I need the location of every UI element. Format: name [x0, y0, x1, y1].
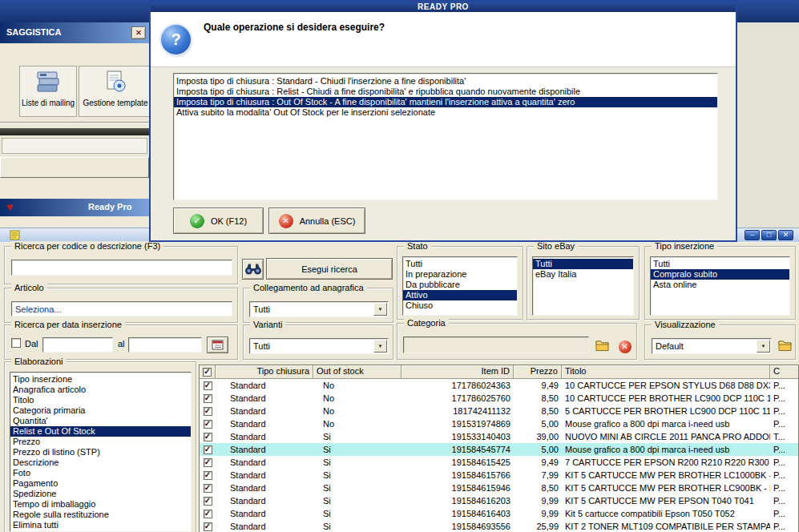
close-button[interactable]: ✕	[778, 230, 793, 240]
table-row[interactable]: ✓ Standard Si 191584615766 7,99 KIT 5 CA…	[200, 469, 798, 482]
operation-option-selected[interactable]: Imposta tipo di chiusura : Out Of Stock …	[174, 97, 717, 107]
row-checkbox[interactable]: ✓	[204, 458, 212, 467]
list-item[interactable]: Asta online	[651, 280, 789, 290]
row-checkbox[interactable]: ✓	[204, 381, 212, 390]
column-header-select[interactable]: ✓	[200, 365, 216, 379]
cancel-button[interactable]: ✕ Annulla (ESC)	[268, 208, 365, 234]
operation-listbox[interactable]: Imposta tipo di chiusura : Standard - Ch…	[173, 73, 718, 200]
select-all-checkbox[interactable]: ✓	[203, 368, 212, 377]
list-item[interactable]: Prezzo	[10, 437, 191, 447]
list-item[interactable]: Categoria primaria	[10, 405, 191, 416]
row-checkbox[interactable]: ✓	[204, 394, 212, 403]
row-checkbox[interactable]: ✓	[204, 433, 212, 441]
list-item[interactable]: Titolo	[10, 395, 191, 405]
table-row[interactable]: ✓ Standard No 171786024363 9,49 10 CARTU…	[200, 379, 798, 392]
chevron-down-icon[interactable]: ▼	[757, 340, 770, 353]
list-item[interactable]: Tempo di imballaggio	[10, 499, 191, 510]
liste-di-mailing-button[interactable]: Liste di mailing	[19, 66, 77, 117]
articolo-field[interactable]: Seleziona...	[11, 301, 232, 316]
row-checkbox[interactable]: ✓	[204, 407, 212, 416]
row-checkbox[interactable]: ✓	[204, 484, 212, 493]
saggistica-titlebar[interactable]: SAGGISTICA ✕	[0, 22, 149, 43]
list-item[interactable]: Pagamento	[10, 478, 191, 489]
ready-pro-titlebar[interactable]: ♥ Ready Pro	[0, 199, 149, 216]
table-row[interactable]: ✓ Standard No 181742411132 8,50 5 CARTUC…	[200, 405, 798, 417]
categoria-clear-button[interactable]: ✕	[615, 337, 635, 356]
list-item[interactable]: Elimina tutti	[10, 520, 191, 530]
visualizzazione-dropdown[interactable]: Default ▼	[652, 338, 772, 354]
list-item[interactable]: Foto	[10, 468, 191, 478]
visualizzazione-folder-button[interactable]	[775, 337, 794, 356]
column-header-out-of-stock[interactable]: Out of stock	[313, 365, 402, 379]
row-checkbox[interactable]: ✓	[204, 522, 212, 531]
list-item[interactable]: eBay Italia	[533, 269, 633, 280]
sito-ebay-listbox[interactable]: Tutti eBay Italia	[532, 256, 634, 316]
column-header-titolo[interactable]: Titolo	[562, 365, 770, 379]
calendar-button[interactable]	[207, 337, 228, 353]
list-item[interactable]: Prezzo di listino (STP)	[10, 447, 191, 457]
operation-option[interactable]: Imposta tipo di chiusura : Relist - Chiu…	[174, 87, 717, 97]
list-item[interactable]: Descrizione	[10, 457, 191, 468]
list-item[interactable]: Regole sulla restituzione	[10, 510, 191, 520]
table-row[interactable]: ✓ Standard Si 191584693556 25,99 KIT 2 T…	[200, 520, 798, 532]
cell-item-id: 191584693556	[402, 520, 514, 532]
column-header-item-id[interactable]: Item ID	[402, 365, 514, 379]
column-header-extra[interactable]: C	[770, 365, 799, 379]
chevron-down-icon[interactable]: ▼	[373, 303, 387, 316]
check-icon: ✓	[204, 497, 211, 505]
table-row[interactable]: ✓ Standard Si 191533140403 39,00 NUOVO M…	[200, 430, 798, 443]
dal-checkbox[interactable]	[11, 338, 21, 348]
table-row[interactable]: ✓ Standard No 171786025760 8,50 10 CARTU…	[200, 392, 798, 405]
column-header-prezzo[interactable]: Prezzo	[514, 365, 562, 379]
list-item[interactable]: Spedizione	[10, 489, 191, 499]
binoculars-button[interactable]	[242, 259, 264, 280]
cell-tipo-chiusura: Standard	[216, 482, 313, 494]
restore-button[interactable]: □	[761, 230, 777, 240]
list-item[interactable]: Attivo	[403, 290, 517, 300]
list-item[interactable]: Tutti	[651, 259, 789, 269]
chevron-down-icon[interactable]: ▼	[373, 340, 387, 353]
table-row-selected[interactable]: ✓ Standard Si 191584545774 5,00 Mouse gr…	[200, 443, 798, 456]
search-input[interactable]	[11, 260, 232, 276]
table-row[interactable]: ✓ Standard Si 191584615425 9,49 7 CARTUC…	[200, 456, 798, 469]
close-button[interactable]: ✕	[131, 26, 146, 39]
list-item[interactable]: Quantita'	[10, 416, 191, 426]
list-item[interactable]: In preparazione	[403, 269, 517, 280]
list-item[interactable]: Compralo subito	[651, 269, 789, 280]
date-from-input[interactable]	[42, 337, 113, 353]
list-item[interactable]: Tutti	[533, 259, 633, 269]
list-item[interactable]: Da pubblicare	[403, 280, 517, 290]
stato-listbox[interactable]: Tutti In preparazione Da pubblicare Atti…	[402, 256, 518, 316]
list-item[interactable]: Chiuso	[403, 300, 517, 311]
operation-option[interactable]: Imposta tipo di chiusura : Standard - Ch…	[174, 76, 717, 87]
row-checkbox[interactable]: ✓	[204, 510, 212, 518]
esegui-ricerca-button[interactable]: Esegui ricerca	[266, 258, 393, 280]
list-item[interactable]: Tipo inserzione	[10, 374, 191, 385]
data-inserzione-group: Ricerca per data inserzione Dal al	[4, 324, 238, 360]
list-item[interactable]: Tutti	[403, 259, 517, 269]
collegamento-dropdown[interactable]: Tutti ▼	[249, 301, 389, 317]
row-checkbox[interactable]: ✓	[204, 497, 212, 506]
date-to-input[interactable]	[128, 337, 202, 353]
list-item[interactable]: Anagrafica articolo	[10, 385, 191, 395]
row-checkbox[interactable]: ✓	[204, 471, 212, 480]
row-checkbox[interactable]: ✓	[204, 420, 212, 429]
list-item[interactable]: Relist e Out Of Stock	[10, 426, 191, 437]
elaborazioni-listbox[interactable]: Tipo inserzione Anagrafica articolo Tito…	[10, 372, 192, 532]
app-screen: SAGGISTICA ✕ Liste di mailing Gestione t…	[0, 0, 799, 532]
table-row[interactable]: ✓ Standard Si 191584616203 9,99 KIT 5 CA…	[200, 494, 798, 507]
categoria-folder-button[interactable]	[592, 337, 612, 356]
cancel-x-icon: ✕	[279, 214, 293, 228]
operation-option[interactable]: Attiva subito la modalita' Out Of Stock …	[174, 107, 717, 118]
row-checkbox[interactable]: ✓	[204, 445, 212, 454]
table-row[interactable]: ✓ Standard No 191531974869 5,00 Mouse gr…	[200, 417, 798, 430]
ok-button[interactable]: ✓ OK (F12)	[173, 208, 264, 234]
table-row[interactable]: ✓ Standard Si 191584616403 9,99 Kit 5 ca…	[200, 507, 798, 520]
table-row[interactable]: ✓ Standard Si 191584615946 8,50 KIT 5 CA…	[200, 482, 798, 494]
minimize-button[interactable]: –	[745, 230, 760, 240]
varianti-dropdown[interactable]: Tutti ▼	[249, 338, 389, 354]
column-header-tipo-chiusura[interactable]: Tipo chiusura	[216, 365, 313, 379]
tipo-inserzione-listbox[interactable]: Tutti Compralo subito Asta online	[650, 256, 790, 316]
gestione-template-button[interactable]: Gestione template	[79, 66, 152, 117]
dialog-titlebar[interactable]: READY PRO	[151, 2, 736, 12]
